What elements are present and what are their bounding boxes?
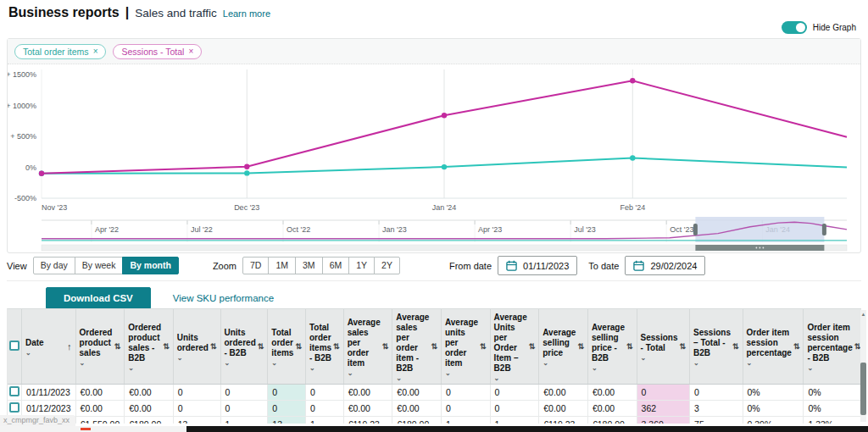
sort-icon[interactable]: ⇅ (793, 342, 800, 351)
column-label: Average selling price - B2B (592, 323, 625, 363)
view-button-group: By day By week By month (33, 257, 179, 274)
view-by-month-button[interactable]: By month (122, 257, 178, 274)
svg-text:+ 1500%: + 1500% (8, 70, 36, 79)
select-all-checkbox[interactable] (9, 341, 19, 351)
sort-icon[interactable]: ⇅ (382, 342, 389, 351)
data-point-marker[interactable] (442, 113, 447, 118)
chip-sessions-total[interactable]: Sessions - Total × (113, 44, 202, 59)
navigator-right-handle[interactable] (822, 224, 826, 235)
filter-chevron-icon[interactable]: ⌄ (177, 356, 209, 360)
sort-ascending-icon[interactable]: ↑ (67, 341, 72, 352)
to-date-input[interactable]: 29/02/2024 (625, 256, 705, 275)
timeline-navigator[interactable]: Apr '22Jul '22Oct '22Jan '23Apr '23Jul '… (8, 215, 860, 252)
zoom-group: Zoom 7D 1M 3M 6M 1Y 2Y (213, 257, 400, 274)
row-checkbox[interactable] (9, 402, 19, 413)
data-point-marker[interactable] (630, 78, 635, 83)
column-header-14[interactable]: Sessions – Total - B2B⌄⇅ (690, 309, 743, 385)
zoom-1y-button[interactable]: 1Y (348, 257, 375, 274)
hide-graph-toggle[interactable] (782, 21, 807, 34)
column-header-10[interactable]: Average Units per Order Item – B2B⌄⇅ (490, 309, 539, 385)
filter-chevron-icon[interactable]: ⌄ (80, 361, 113, 365)
hide-graph-label: Hide Graph (813, 23, 856, 32)
sort-icon[interactable]: ⇅ (333, 342, 340, 351)
navigator-left-handle[interactable] (693, 224, 698, 235)
row-checkbox[interactable] (9, 386, 19, 396)
filter-chevron-icon[interactable]: ⌄ (641, 356, 678, 360)
zoom-2y-button[interactable]: 2Y (374, 257, 400, 274)
filter-chevron-icon[interactable]: ⌄ (693, 361, 731, 365)
sort-icon[interactable]: ⇅ (210, 342, 217, 351)
table-vertical-scrollbar[interactable]: ▲ (860, 310, 866, 422)
data-point-marker[interactable] (630, 155, 635, 160)
column-header-7[interactable]: Average sales per order item⌄⇅ (343, 309, 392, 385)
data-point-marker[interactable] (39, 171, 44, 176)
zoom-6m-button[interactable]: 6M (322, 257, 350, 274)
column-header-0[interactable]: Date⌄↑ (22, 309, 76, 385)
column-header-15[interactable]: Order item session percentage⌄⇅ (743, 309, 804, 385)
column-header-6[interactable]: Total order items - B2B⌄⇅ (305, 309, 343, 385)
filter-chevron-icon[interactable]: ⌄ (128, 366, 161, 370)
column-header-5[interactable]: Total order items⌄⇅ (268, 309, 306, 385)
filter-chevron-icon[interactable]: ⌄ (592, 366, 625, 370)
sort-icon[interactable]: ⇅ (529, 342, 536, 351)
column-header-3[interactable]: Units ordered⌄⇅ (173, 309, 220, 385)
zoom-7d-button[interactable]: 7D (242, 257, 269, 274)
sort-icon[interactable]: ⇅ (431, 342, 437, 351)
column-header-11[interactable]: Average selling price⌄⇅ (539, 309, 588, 385)
view-by-day-button[interactable]: By day (33, 257, 75, 274)
cell: 0 (637, 385, 689, 401)
filter-chevron-icon[interactable]: ⌄ (396, 376, 429, 380)
row-select-cell (8, 385, 22, 401)
data-point-marker[interactable] (244, 164, 249, 169)
svg-text:Jan '23: Jan '23 (382, 225, 407, 234)
column-header-2[interactable]: Ordered product sales - B2B⌄⇅ (125, 309, 173, 385)
sort-icon[interactable]: ⇅ (480, 342, 487, 351)
sort-icon[interactable]: ⇅ (626, 342, 633, 351)
column-label: Average selling price (542, 328, 576, 358)
sort-icon[interactable]: ⇅ (732, 342, 739, 351)
title-separator: | (125, 5, 129, 20)
from-date-input[interactable]: 01/11/2023 (498, 256, 577, 275)
table-row: 01/1/2024€1,550.00€180.00131131€119.23€1… (8, 417, 861, 424)
filter-chevron-icon[interactable]: ⌄ (348, 371, 381, 375)
filter-chevron-icon[interactable]: ⌄ (25, 351, 64, 355)
scroll-up-icon[interactable]: ▲ (860, 310, 866, 318)
chip-close-icon[interactable]: × (93, 47, 98, 56)
chip-close-icon[interactable]: × (188, 47, 193, 56)
navigator-selection[interactable] (695, 217, 824, 242)
column-header-12[interactable]: Average selling price - B2B⌄⇅ (587, 309, 637, 385)
scrollbar-thumb[interactable] (860, 363, 866, 415)
filter-chevron-icon[interactable]: ⌄ (271, 361, 293, 365)
data-point-marker[interactable] (442, 164, 447, 169)
data-point-marker[interactable] (244, 170, 249, 175)
download-csv-button[interactable]: Download CSV (46, 287, 151, 309)
column-header-13[interactable]: Sessions - Total⌄⇅ (637, 309, 689, 385)
filter-chevron-icon[interactable]: ⌄ (542, 361, 576, 365)
zoom-3m-button[interactable]: 3M (295, 257, 323, 274)
sort-icon[interactable]: ⇅ (680, 342, 687, 351)
filter-chevron-icon[interactable]: ⌄ (494, 376, 527, 380)
sort-icon[interactable]: ⇅ (258, 342, 264, 351)
filter-chevron-icon[interactable]: ⌄ (747, 361, 792, 365)
filter-chevron-icon[interactable]: ⌄ (445, 371, 478, 375)
column-header-8[interactable]: Average sales per order item - B2B⌄⇅ (392, 309, 442, 385)
sort-icon[interactable]: ⇅ (577, 342, 584, 351)
filter-chevron-icon[interactable]: ⌄ (309, 366, 331, 370)
from-date-label: From date (449, 261, 492, 271)
column-header-1[interactable]: Ordered product sales⌄⇅ (75, 309, 125, 385)
cell: €0.00 (539, 385, 588, 401)
view-by-week-button[interactable]: By week (75, 257, 124, 274)
cell: €0.00 (587, 385, 637, 401)
learn-more-link[interactable]: Learn more (223, 8, 270, 19)
filter-chevron-icon[interactable]: ⌄ (225, 361, 256, 365)
column-header-4[interactable]: Units ordered - B2B⌄⇅ (220, 309, 268, 385)
sort-icon[interactable]: ⇅ (163, 342, 170, 351)
zoom-1m-button[interactable]: 1M (268, 257, 296, 274)
chip-total-order-items[interactable]: Total order items × (14, 44, 106, 59)
filter-chevron-icon[interactable]: ⌄ (807, 366, 852, 370)
sort-icon[interactable]: ⇅ (295, 342, 302, 351)
column-header-9[interactable]: Average units per order item⌄⇅ (441, 309, 490, 385)
column-header-16[interactable]: Order item session percentage - B2B⌄⇅ (804, 309, 861, 385)
sort-icon[interactable]: ⇅ (114, 342, 121, 351)
view-sku-performance-link[interactable]: View SKU performance (173, 293, 274, 303)
